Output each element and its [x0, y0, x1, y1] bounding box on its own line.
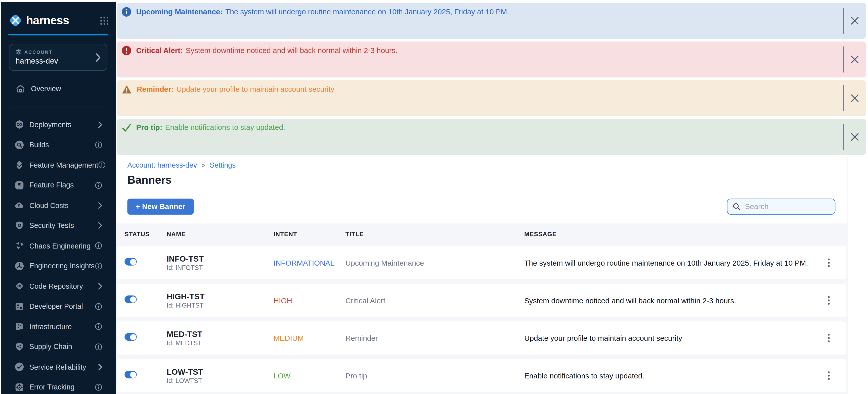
supply-chain-icon: [14, 342, 24, 352]
chevron-right-icon: [98, 121, 102, 128]
table-row[interactable]: HIGH-TST Id: HIGHTST HIGH Critical Alert…: [117, 284, 846, 317]
status-toggle[interactable]: [124, 296, 136, 303]
kebab-menu-icon[interactable]: [824, 331, 833, 345]
right-gutter: [848, 155, 868, 394]
alert-circle-icon: [122, 46, 131, 55]
info-icon: [95, 182, 102, 189]
sidebar-item-label: Feature Management: [29, 161, 98, 169]
sidebar-item-code-repository[interactable]: Code Repository: [1, 276, 116, 296]
sidebar-item-feature-flags[interactable]: Feature Flags: [1, 175, 116, 195]
sidebar-item-builds[interactable]: Builds: [1, 135, 116, 155]
banner-text: Reminder:Update your profile to maintain…: [137, 85, 334, 94]
status-cell: [124, 333, 166, 343]
app-switcher-grid-icon[interactable]: [100, 16, 109, 25]
sidebar-item-label: Service Reliability: [29, 363, 86, 371]
banner-message: The system will undergo routine maintena…: [225, 7, 509, 16]
toolbar: + New Banner: [127, 198, 836, 215]
banner-close-divider: [843, 124, 844, 150]
banner-message: Enable notifications to stay updated.: [524, 371, 816, 380]
sidebar-item-overview[interactable]: Overview: [1, 80, 116, 97]
sidebar-divider: [8, 107, 108, 107]
status-toggle[interactable]: [124, 371, 136, 379]
breadcrumb-settings-link[interactable]: Settings: [210, 161, 236, 169]
banner-stack: Upcoming Maintenance:The system will und…: [116, 2, 868, 155]
sidebar-item-cloud-costs[interactable]: $ Cloud Costs: [1, 195, 116, 215]
banner-id: Id: MEDTST: [167, 340, 274, 346]
info-icon: [98, 161, 106, 169]
banner-name: HIGH-TST: [167, 292, 274, 301]
page-title: Banners: [127, 173, 847, 187]
sidebar-item-error-tracking[interactable]: Error Tracking: [1, 377, 116, 394]
column-header-intent: INTENT: [274, 231, 345, 237]
banner-title: Reminder: [345, 334, 524, 342]
sidebar-item-deployments[interactable]: Deployments: [1, 114, 116, 135]
status-toggle[interactable]: [124, 258, 136, 266]
sidebar-item-feature-management[interactable]: Feature Management: [1, 155, 116, 175]
sidebar-accent-rule: [8, 34, 108, 35]
banner-message: Enable notifications to stay updated.: [165, 123, 285, 132]
kebab-menu-icon[interactable]: [824, 369, 833, 383]
sidebar-item-engineering-insights[interactable]: Engineering Insights: [1, 256, 116, 276]
banner-text: Upcoming Maintenance:The system will und…: [136, 7, 509, 17]
cloud-costs-icon: $: [14, 200, 24, 210]
actions-cell: [816, 331, 841, 345]
app-root: harness ACCOUNT harness-dev Overview: [0, 0, 868, 394]
kebab-menu-icon[interactable]: [824, 256, 833, 269]
account-name: harness-dev: [16, 57, 101, 65]
sidebar-item-chaos-engineering[interactable]: Chaos Engineering: [1, 236, 116, 256]
chevron-right-icon: [98, 202, 102, 209]
search-input[interactable]: [744, 202, 827, 211]
sidebar-item-label: Builds: [29, 141, 49, 149]
table-body: INFO-TST Id: INFOTST INFORMATIONAL Upcom…: [116, 244, 847, 392]
content-wrap: Account: harness-dev > Settings Banners …: [116, 155, 868, 394]
table-row[interactable]: MED-TST Id: MEDTST MEDIUM Reminder Updat…: [117, 321, 846, 355]
sidebar-item-label: Overview: [31, 85, 61, 93]
intent-badge: LOW: [274, 371, 345, 380]
close-icon[interactable]: [847, 52, 862, 67]
chevron-right-icon: [98, 222, 102, 229]
kebab-menu-icon[interactable]: [824, 294, 833, 307]
actions-cell: [816, 256, 841, 269]
logo-text[interactable]: harness: [26, 14, 69, 27]
home-icon: [16, 84, 26, 93]
column-header-name: NAME: [167, 231, 274, 237]
sidebar-item-label: Security Tests: [29, 221, 74, 230]
check-icon: [122, 123, 131, 132]
deployments-icon: [14, 120, 24, 130]
banner-text: Pro tip:Enable notifications to stay upd…: [136, 123, 285, 132]
sidebar-item-service-reliability[interactable]: Service Reliability: [1, 357, 116, 377]
banner-title: Upcoming Maintenance: [345, 259, 524, 267]
sidebar-item-infrastructure[interactable]: Infrastructure: [1, 316, 116, 336]
sidebar-nav: Deployments Builds Feature Management Fe…: [1, 114, 116, 394]
sidebar-item-developer-portal[interactable]: Developer Portal: [1, 296, 116, 316]
banner-label: Upcoming Maintenance:: [136, 7, 222, 16]
banner-critical: Critical Alert:System downtime noticed a…: [117, 41, 866, 77]
banner-message: Update your profile to maintain account …: [524, 334, 816, 342]
column-header-message: MESSAGE: [524, 231, 817, 237]
new-banner-button[interactable]: + New Banner: [127, 198, 193, 215]
info-icon: [95, 302, 102, 310]
table-row[interactable]: INFO-TST Id: INFOTST INFORMATIONAL Upcom…: [117, 246, 846, 280]
account-selector[interactable]: ACCOUNT harness-dev: [9, 44, 107, 71]
banner-message: Update your profile to maintain account …: [177, 85, 334, 93]
banner-informational: Upcoming Maintenance:The system will und…: [117, 3, 866, 39]
chevron-right-icon: [98, 363, 102, 371]
banner-label: Pro tip:: [136, 123, 162, 132]
close-icon[interactable]: [847, 91, 862, 105]
sidebar-item-security-tests[interactable]: Security Tests: [1, 216, 116, 236]
logo-row: harness: [8, 12, 109, 29]
table-header-row: STATUS NAME INTENT TITLE MESSAGE: [116, 223, 847, 244]
close-icon[interactable]: [847, 129, 862, 144]
status-cell: [124, 296, 166, 305]
harness-logo-icon[interactable]: [8, 13, 23, 28]
sidebar: harness ACCOUNT harness-dev Overview: [1, 2, 116, 394]
sidebar-item-supply-chain[interactable]: Supply Chain: [1, 337, 116, 357]
warning-triangle-icon: [122, 85, 132, 94]
close-icon[interactable]: [847, 13, 862, 28]
info-icon: [95, 242, 102, 250]
status-toggle[interactable]: [124, 333, 136, 341]
breadcrumb-account-link[interactable]: Account: harness-dev: [127, 161, 197, 169]
banner-message: The system will undergo routine maintena…: [524, 259, 816, 267]
table-row[interactable]: LOW-TST Id: LOWTST LOW Pro tip Enable no…: [117, 359, 846, 392]
sidebar-item-label: Infrastructure: [29, 322, 72, 331]
